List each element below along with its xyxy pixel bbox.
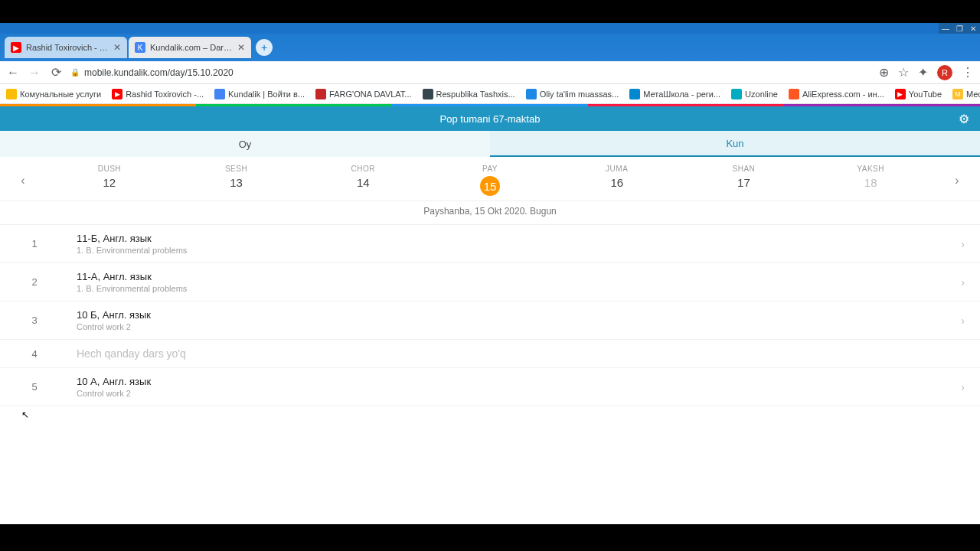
close-icon[interactable]: ✕ xyxy=(113,42,121,53)
browser-tab-1[interactable]: K Kundalik.com – Dars jadvali ✕ xyxy=(129,37,251,58)
bookmark-item[interactable]: ▶Rashid Toxirovich -... xyxy=(112,89,204,99)
day-number: 15 xyxy=(480,176,500,196)
bookmark-icon xyxy=(6,89,17,99)
lesson-row[interactable]: 5 10 А, Англ. язык Control work 2 › xyxy=(0,368,980,406)
address-bar: ← → ⟳ 🔒 mobile.kundalik.com/day/15.10.20… xyxy=(0,61,980,84)
new-tab-button[interactable]: + xyxy=(256,39,273,56)
bookmark-icon xyxy=(214,89,225,99)
tab-month[interactable]: Oy xyxy=(0,131,490,157)
bookmark-icon: ▶ xyxy=(895,89,906,99)
view-tabs: Oy Kun xyxy=(0,131,980,157)
day-cell[interactable]: JUMA16 xyxy=(554,165,681,196)
day-name: CHOR xyxy=(299,165,426,173)
day-number: 12 xyxy=(46,176,173,189)
day-cell[interactable]: DUSH12 xyxy=(46,165,173,196)
bookmark-icon: ▶ xyxy=(112,89,122,99)
window-maximize[interactable]: ❐ xyxy=(952,23,966,34)
lesson-number: 1 xyxy=(15,238,54,249)
extensions-icon[interactable]: ✦ xyxy=(918,65,928,80)
day-name: JUMA xyxy=(554,165,681,173)
bookmark-label: Mediabay - Главна... xyxy=(966,90,980,99)
lesson-row[interactable]: 1 11-Б, Англ. язык 1. B. Environmental p… xyxy=(0,225,980,263)
lesson-subtitle: Control work 2 xyxy=(77,389,961,398)
kundalik-icon: K xyxy=(135,42,145,53)
day-cell[interactable]: PAY15 xyxy=(426,165,554,196)
bookmark-icon xyxy=(526,89,537,99)
url-text: mobile.kundalik.com/day/15.10.2020 xyxy=(84,67,234,78)
bookmark-label: Uzonline xyxy=(745,90,778,99)
tab-day[interactable]: Kun xyxy=(490,131,980,157)
lesson-number: 2 xyxy=(15,276,54,288)
week-prev[interactable]: ‹ xyxy=(0,174,46,187)
browser-tab-bar: ▶ Rashid Toxirovich - YouTube ✕ K Kundal… xyxy=(0,34,980,61)
bookmark-label: Rashid Toxirovich -... xyxy=(126,90,204,99)
day-number: 13 xyxy=(173,176,300,189)
week-row: ‹ DUSH12SESH13CHOR14PAY15JUMA16SHAN17YAK… xyxy=(0,157,980,201)
lesson-subtitle: Control work 2 xyxy=(77,322,961,331)
bookmark-item[interactable]: Respublika Tashxis... xyxy=(423,89,515,99)
page-title: Pop tumani 67-maktab xyxy=(440,113,541,125)
bookmark-item[interactable]: Комунальные услуги xyxy=(6,89,101,99)
day-cell[interactable]: CHOR14 xyxy=(299,165,426,196)
bookmarks-bar: Комунальные услуги▶Rashid Toxirovich -..… xyxy=(0,84,980,104)
bookmark-item[interactable]: Oliy ta'lim muassas... xyxy=(526,89,619,99)
day-number: 18 xyxy=(807,176,934,189)
bookmark-item[interactable]: Uzonline xyxy=(731,89,778,99)
day-cell[interactable]: YAKSH18 xyxy=(807,165,934,196)
bookmark-item[interactable]: MMediabay - Главна... xyxy=(952,89,980,99)
lesson-subtitle: 1. B. Environmental problems xyxy=(77,246,961,255)
bookmark-item[interactable]: ▶YouTube xyxy=(895,89,942,99)
lesson-row[interactable]: 3 10 Б, Англ. язык Control work 2 › xyxy=(0,302,980,340)
star-icon[interactable]: ☆ xyxy=(898,65,909,80)
avatar[interactable]: R xyxy=(937,65,952,80)
bookmark-label: Respublika Tashxis... xyxy=(436,90,515,99)
chevron-right-icon: › xyxy=(961,276,965,289)
chevron-right-icon: › xyxy=(961,238,965,250)
url-box[interactable]: 🔒 mobile.kundalik.com/day/15.10.2020 xyxy=(70,67,871,78)
window-close[interactable]: ✕ xyxy=(966,23,980,34)
lesson-number: 4 xyxy=(15,348,54,360)
gear-icon[interactable]: ⚙ xyxy=(959,112,969,126)
menu-icon[interactable]: ⋮ xyxy=(962,65,974,80)
day-number: 17 xyxy=(681,176,808,189)
lesson-number: 5 xyxy=(15,381,54,393)
browser-tab-0[interactable]: ▶ Rashid Toxirovich - YouTube ✕ xyxy=(5,37,127,58)
reload-button[interactable]: ⟳ xyxy=(49,66,63,80)
chevron-right-icon: › xyxy=(961,381,965,393)
bookmark-icon xyxy=(731,89,742,99)
lesson-subtitle: 1. B. Environmental problems xyxy=(77,284,961,293)
window-minimize[interactable]: — xyxy=(939,23,952,34)
bookmark-icon xyxy=(629,89,640,99)
back-button[interactable]: ← xyxy=(6,66,20,80)
bookmark-item[interactable]: МетаШкола - реги... xyxy=(629,89,720,99)
youtube-icon: ▶ xyxy=(11,42,21,53)
app-header: Pop tumani 67-maktab ⚙ xyxy=(0,106,980,131)
day-name: DUSH xyxy=(46,165,173,173)
lesson-title: 10 Б, Англ. язык xyxy=(77,309,961,321)
date-label: Payshanba, 15 Okt 2020. Bugun xyxy=(0,201,980,225)
bookmark-item[interactable]: Kundalik | Войти в... xyxy=(214,89,305,99)
bookmark-label: Oliy ta'lim muassas... xyxy=(540,90,619,99)
install-icon[interactable]: ⊕ xyxy=(879,65,889,80)
lesson-title: 11-А, Англ. язык xyxy=(77,271,961,282)
tab-title: Kundalik.com – Dars jadvali xyxy=(150,43,233,52)
bookmark-label: МетаШкола - реги... xyxy=(643,90,720,99)
day-cell[interactable]: SESH13 xyxy=(173,165,300,196)
lesson-row[interactable]: 2 11-А, Англ. язык 1. B. Environmental p… xyxy=(0,263,980,302)
chevron-right-icon: › xyxy=(961,315,965,327)
bookmark-icon xyxy=(423,89,433,99)
lesson-title: Hech qanday dars yo'q xyxy=(77,347,965,360)
day-name: SHAN xyxy=(681,165,808,173)
day-cell[interactable]: SHAN17 xyxy=(681,165,808,196)
week-next[interactable]: › xyxy=(934,174,980,187)
forward-button[interactable]: → xyxy=(28,66,41,80)
bookmark-item[interactable]: AliExpress.com - ин... xyxy=(789,89,884,99)
bookmark-item[interactable]: FARG'ONA DAVLAT... xyxy=(315,89,411,99)
day-name: PAY xyxy=(426,165,554,173)
bookmark-icon xyxy=(315,89,326,99)
lesson-title: 11-Б, Англ. язык xyxy=(77,233,961,244)
lesson-title: 10 А, Англ. язык xyxy=(77,376,961,387)
bookmark-label: FARG'ONA DAVLAT... xyxy=(329,90,411,99)
day-number: 16 xyxy=(554,176,681,189)
close-icon[interactable]: ✕ xyxy=(237,42,245,53)
